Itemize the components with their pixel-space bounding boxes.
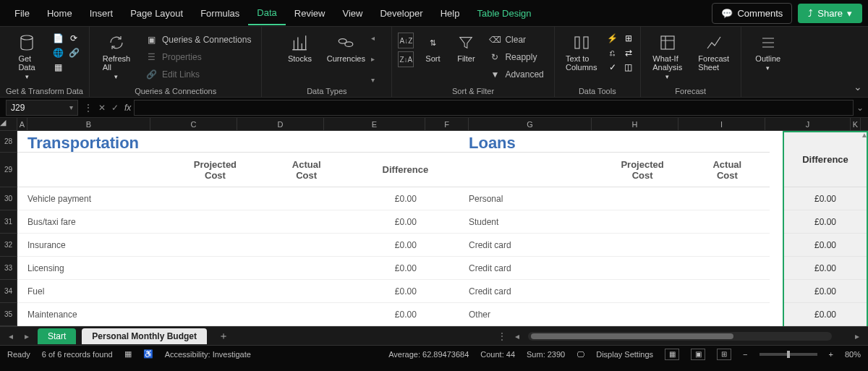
- cell-name[interactable]: Student: [459, 217, 598, 227]
- tab-table-design[interactable]: Table Design: [468, 2, 540, 25]
- table-row[interactable]: Maintenance£0.00: [17, 303, 459, 326]
- cancel-icon[interactable]: ✕: [97, 103, 107, 113]
- cell-difference[interactable]: £0.00: [353, 263, 459, 273]
- share-button[interactable]: ⤴ Share ▾: [798, 4, 862, 23]
- table-row[interactable]: Other: [459, 303, 770, 326]
- tab-view[interactable]: View: [333, 2, 371, 25]
- currencies-button[interactable]: Currencies: [325, 30, 367, 63]
- forecast-sheet-button[interactable]: Forecast Sheet: [693, 30, 735, 72]
- col-header-d[interactable]: D: [237, 118, 324, 130]
- col-header-g[interactable]: G: [469, 118, 592, 130]
- expand-name-icon[interactable]: ⋮: [82, 103, 94, 113]
- cell-difference[interactable]: £0.00: [353, 194, 459, 204]
- reapply-button[interactable]: ↻ Reapply: [485, 50, 548, 64]
- cell-name[interactable]: Licensing: [17, 263, 168, 273]
- col-header-f[interactable]: F: [425, 118, 469, 130]
- sort-asc-button[interactable]: A↓Z: [398, 33, 414, 48]
- text-to-columns-button[interactable]: Text to Columns: [561, 30, 603, 72]
- cell-name[interactable]: Personal: [459, 194, 598, 204]
- from-table-icon[interactable]: ▦: [52, 61, 64, 73]
- cell-name[interactable]: Credit card: [459, 263, 598, 273]
- tab-options-icon[interactable]: ⋮: [498, 331, 506, 341]
- view-normal-button[interactable]: ▦: [665, 349, 679, 360]
- sheet-nav-prev[interactable]: ◂: [6, 331, 16, 341]
- sort-desc-button[interactable]: Z↓A: [398, 51, 414, 67]
- cell-difference[interactable]: £0.00: [353, 240, 459, 250]
- cell-difference[interactable]: £0.00: [784, 234, 867, 257]
- consolidate-icon[interactable]: ⊞: [623, 33, 634, 44]
- tab-help[interactable]: Help: [432, 2, 469, 25]
- stocks-button[interactable]: Stocks: [278, 30, 320, 63]
- hscroll-right-icon[interactable]: ▸: [852, 331, 862, 341]
- select-all-corner[interactable]: ◢: [0, 118, 17, 130]
- advanced-button[interactable]: ▼ Advanced: [485, 67, 548, 82]
- sheet-tab-budget[interactable]: Personal Monthly Budget: [82, 328, 207, 344]
- get-data-button[interactable]: Get Data ▾: [6, 30, 48, 80]
- zoom-slider[interactable]: [760, 353, 817, 356]
- scroll-left-icon[interactable]: ◂: [371, 34, 375, 42]
- cell-difference[interactable]: £0.00: [784, 257, 867, 280]
- view-page-layout-button[interactable]: ▣: [691, 349, 705, 360]
- comments-button[interactable]: 💬 Comments: [712, 3, 792, 24]
- view-page-break-button[interactable]: ⊞: [717, 349, 731, 360]
- status-display[interactable]: Display Settings: [596, 350, 653, 359]
- enter-icon[interactable]: ✓: [110, 103, 120, 113]
- zoom-thumb[interactable]: [787, 351, 790, 358]
- table-row[interactable]: Licensing£0.00: [17, 257, 459, 280]
- cell-name[interactable]: Fuel: [17, 286, 168, 297]
- scrollbar-thumb[interactable]: [531, 333, 733, 339]
- whatif-button[interactable]: What-If Analysis ▾: [647, 30, 689, 80]
- properties-button[interactable]: ☰ Properties: [142, 50, 255, 64]
- worksheet[interactable]: Transportation Projected Cost Actual Cos…: [17, 131, 868, 326]
- edit-links-button[interactable]: 🔗 Edit Links: [142, 67, 255, 82]
- filter-button[interactable]: Filter: [451, 30, 480, 63]
- row-header-35[interactable]: 35: [0, 303, 17, 326]
- table-row[interactable]: Insurance£0.00: [17, 234, 459, 257]
- table-row[interactable]: Credit card: [459, 257, 770, 280]
- cell-difference[interactable]: £0.00: [784, 187, 867, 210]
- relationships-icon[interactable]: ⇄: [623, 47, 634, 59]
- cell-difference[interactable]: £0.00: [353, 217, 459, 227]
- queries-connections-button[interactable]: ▣ Queries & Connections: [142, 33, 255, 47]
- zoom-level[interactable]: 80%: [845, 350, 861, 359]
- clear-button[interactable]: ⌫ Clear: [485, 33, 548, 47]
- tab-developer[interactable]: Developer: [371, 2, 431, 25]
- expand-formula-bar-icon[interactable]: ⌄: [856, 103, 864, 113]
- table-row[interactable]: Personal: [459, 187, 770, 210]
- table-row[interactable]: Vehicle payment£0.00: [17, 187, 459, 210]
- status-accessibility[interactable]: Accessibility: Investigate: [165, 350, 251, 359]
- sheet-tab-start[interactable]: Start: [38, 328, 76, 344]
- row-header-33[interactable]: 33: [0, 257, 17, 280]
- zoom-out-button[interactable]: −: [743, 350, 747, 359]
- col-header-i[interactable]: I: [678, 118, 765, 130]
- cell-name[interactable]: Credit card: [459, 286, 598, 297]
- table-row[interactable]: Credit card: [459, 234, 770, 257]
- tab-home[interactable]: Home: [38, 2, 81, 25]
- cell-name[interactable]: Insurance: [17, 240, 168, 250]
- name-box[interactable]: J29 ▾: [6, 100, 78, 116]
- refresh-all-button[interactable]: Refresh All ▾: [95, 30, 137, 80]
- collapse-ribbon-button[interactable]: ⌄: [854, 81, 862, 93]
- tab-review[interactable]: Review: [286, 2, 334, 25]
- cell-name[interactable]: Vehicle payment: [17, 194, 168, 204]
- horizontal-scrollbar[interactable]: [528, 332, 832, 341]
- hscroll-left-icon[interactable]: ◂: [512, 331, 522, 341]
- outline-button[interactable]: Outline ▾: [747, 30, 789, 72]
- col-header-a[interactable]: A: [17, 118, 27, 130]
- col-header-h[interactable]: H: [592, 118, 678, 130]
- col-header-j[interactable]: J: [765, 118, 851, 130]
- cell-name[interactable]: Maintenance: [17, 310, 168, 320]
- col-header-e[interactable]: E: [324, 118, 425, 130]
- remove-dup-icon[interactable]: ⎌: [607, 47, 618, 59]
- recent-sources-icon[interactable]: ⟳: [68, 33, 80, 44]
- from-web-icon[interactable]: 🌐: [52, 47, 64, 59]
- difference-column-selected[interactable]: Difference £0.00£0.00£0.00£0.00£0.00£0.0…: [783, 131, 868, 326]
- table-row[interactable]: Credit card: [459, 280, 770, 303]
- row-header-32[interactable]: 32: [0, 234, 17, 257]
- flash-fill-icon[interactable]: ⚡: [607, 33, 618, 44]
- existing-conn-icon[interactable]: 🔗: [68, 47, 80, 59]
- cell-difference[interactable]: £0.00: [784, 210, 867, 234]
- tab-formulas[interactable]: Formulas: [192, 2, 248, 25]
- tab-page-layout[interactable]: Page Layout: [122, 2, 192, 25]
- data-validation-icon[interactable]: ✓: [607, 61, 618, 73]
